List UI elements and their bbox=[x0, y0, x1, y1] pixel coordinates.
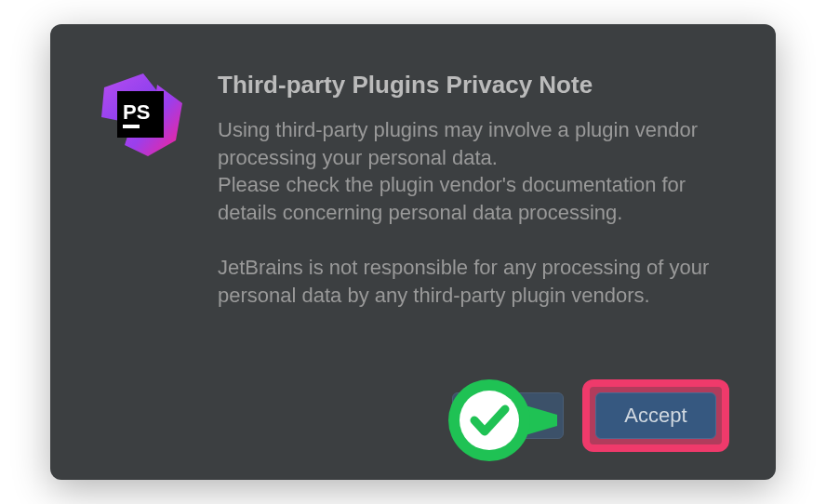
privacy-note-dialog: PS Third-party Plugins Privacy Note Usin… bbox=[50, 24, 776, 480]
logo-text: PS bbox=[123, 100, 150, 124]
svg-rect-3 bbox=[123, 125, 140, 128]
accept-highlight-annotation: Accept bbox=[582, 379, 729, 452]
phpstorm-logo-icon: PS bbox=[97, 71, 185, 159]
dialog-title: Third-party Plugins Privacy Note bbox=[218, 71, 729, 99]
accept-button[interactable]: Accept bbox=[595, 392, 716, 439]
checkmark-annotation-icon bbox=[446, 374, 566, 471]
dialog-icon-column: PS bbox=[97, 71, 218, 443]
dialog-body-text: Using third-party plugins may involve a … bbox=[218, 116, 729, 310]
